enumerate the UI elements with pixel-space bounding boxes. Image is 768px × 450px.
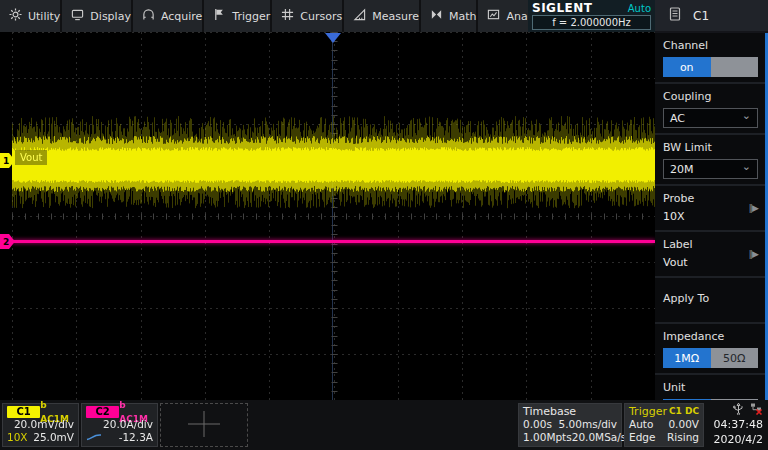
gear-icon: [9, 8, 22, 24]
menu-list-icon: [669, 7, 681, 24]
timebase-scale: 5.00ms/div: [559, 418, 617, 431]
timebase-sample-rate: 20.0MSa/s: [572, 431, 627, 444]
trigger-slope: Rising: [667, 431, 699, 444]
section-label[interactable]: Label Vout ∥▶: [655, 232, 768, 278]
section-impedance: Impedance 1MΩ 50Ω: [655, 324, 768, 375]
menu-item-display[interactable]: Display: [62, 0, 133, 32]
usb-icon: [733, 402, 744, 418]
unit-label: Unit: [663, 381, 760, 394]
menu-item-label: Cursors: [300, 10, 342, 23]
oscilloscope-screen: Utility Display Acquire Trigger Cursors …: [0, 0, 768, 450]
bw-limit-dropdown[interactable]: 20M ⌄: [663, 159, 758, 179]
display-icon: [71, 8, 84, 24]
menu-item-label: Acquire: [161, 10, 202, 23]
channel1-scale: 20.0mV/div: [14, 418, 74, 431]
channel-off-option[interactable]: [711, 57, 759, 77]
menu-item-acquire[interactable]: Acquire: [133, 0, 204, 32]
expand-icon: ∥▶: [749, 203, 758, 213]
impedance-toggle[interactable]: 1MΩ 50Ω: [663, 348, 758, 368]
clock-panel: 04:37:48 2020/4/2: [706, 403, 766, 447]
sidebar-header[interactable]: C1: [655, 0, 768, 33]
system-date: 2020/4/2: [714, 432, 763, 447]
channel2-scale: 20.0A/div: [103, 418, 153, 431]
apply-to-label: Apply To: [663, 292, 760, 305]
trigger-info-box[interactable]: Trigger C1 DC Auto 0.00V Edge Rising: [624, 403, 704, 447]
coupling-dropdown[interactable]: AC ⌄: [663, 108, 758, 128]
waveform-display: 1 Vout 2: [0, 32, 655, 400]
channel1-trace-label: Vout: [15, 150, 47, 165]
menu-item-label: Display: [90, 10, 131, 23]
section-coupling: Coupling AC ⌄: [655, 84, 768, 135]
menu-item-label: Math: [449, 10, 477, 23]
menu-items: Utility Display Acquire Trigger Cursors …: [0, 0, 528, 32]
bw-limit-value: 20M: [670, 163, 694, 176]
acquire-icon: [142, 8, 155, 24]
section-apply-to[interactable]: Apply To: [655, 278, 768, 324]
section-channel: Channel on: [655, 33, 768, 84]
brand-logo: SIGLENT: [532, 1, 593, 15]
menu-item-label: Utility: [28, 10, 60, 23]
timebase-info-box[interactable]: Timebase 0.00s 5.00ms/div 1.00Mpts 20.0M…: [518, 403, 622, 447]
section-probe[interactable]: Probe 10X ∥▶: [655, 186, 768, 232]
probe-label: Probe: [663, 192, 694, 205]
trigger-source: C1 DC: [669, 405, 699, 418]
channel-label: Channel: [663, 39, 760, 52]
channel-settings-sidebar: C1 Channel on Coupling AC ⌄ BW Limit: [655, 0, 768, 400]
impedance-50ohm-option[interactable]: 50Ω: [711, 348, 759, 368]
flag-icon: [213, 8, 226, 24]
timebase-memory-depth: 1.00Mpts: [523, 431, 572, 444]
measure-icon: [353, 8, 366, 24]
trigger-type: Edge: [629, 431, 655, 444]
sidebar-title: C1: [693, 9, 709, 23]
coupling-label: Coupling: [663, 90, 760, 103]
brand-panel: SIGLENT Auto f = 2.000000Hz: [528, 0, 655, 32]
trigger-level: 0.00V: [668, 418, 699, 431]
bw-limit-label: BW Limit: [663, 141, 760, 154]
channel-on-toggle[interactable]: on: [663, 57, 758, 77]
trigger-position-indicator[interactable]: [325, 33, 341, 43]
channel2-trace: [12, 240, 655, 243]
menu-bar: Utility Display Acquire Trigger Cursors …: [0, 0, 655, 32]
timebase-delay: 0.00s: [523, 418, 552, 431]
cursors-icon: [281, 8, 294, 24]
crosshair-icon: [184, 409, 224, 442]
channel1-bwlimit-badge: b: [40, 400, 46, 410]
probe-value: 10X: [663, 210, 694, 223]
menu-item-label: Measure: [372, 10, 419, 23]
status-bar: C1 b AC1M 20.0mV/div 10X 25.0mV C2 b AC1…: [0, 400, 768, 450]
menu-item-measure[interactable]: Measure: [344, 0, 421, 32]
graticule-canvas: [12, 32, 655, 400]
menu-item-utility[interactable]: Utility: [0, 0, 62, 32]
empty-channel-slot[interactable]: [160, 403, 248, 447]
channel1-info-box[interactable]: C1 b AC1M 20.0mV/div 10X 25.0mV: [2, 403, 79, 447]
acquisition-status-badge: Auto: [628, 3, 651, 14]
trigger-title: Trigger: [629, 405, 667, 418]
frequency-counter-readout: f = 2.000000Hz: [532, 15, 651, 30]
system-time: 04:37:48: [714, 417, 763, 432]
impedance-label: Impedance: [663, 330, 760, 343]
trigger-mode: Auto: [629, 418, 653, 431]
lan-disconnected-icon: [750, 402, 763, 418]
coupling-value: AC: [670, 112, 685, 125]
analysis-icon: [487, 8, 500, 24]
chevron-down-icon: ⌄: [742, 112, 751, 120]
menu-item-label: Trigger: [232, 10, 270, 23]
menu-item-trigger[interactable]: Trigger: [204, 0, 272, 32]
menu-item-cursors[interactable]: Cursors: [272, 0, 344, 32]
channel1-probe-atten: 10X: [7, 431, 28, 444]
current-probe-icon: [86, 431, 102, 444]
math-icon: [430, 8, 443, 24]
menu-item-math[interactable]: Math: [421, 0, 479, 32]
channel2-info-box[interactable]: C2 b AC1M 20.0A/div -12.3A: [81, 403, 158, 447]
section-unit: Unit V A: [655, 375, 768, 400]
channel2-bwlimit-badge: b: [119, 400, 125, 410]
timebase-title: Timebase: [523, 405, 576, 418]
expand-icon: ∥▶: [749, 249, 758, 259]
channel-on-option[interactable]: on: [663, 57, 711, 77]
chevron-down-icon: ⌄: [742, 163, 751, 171]
channel1-offset: 25.0mV: [33, 431, 74, 444]
label-value: Vout: [663, 256, 693, 269]
section-bw-limit: BW Limit 20M ⌄: [655, 135, 768, 186]
sidebar-body: Channel on Coupling AC ⌄ BW Limit 20M ⌄: [655, 33, 768, 400]
impedance-1mohm-option[interactable]: 1MΩ: [663, 348, 711, 368]
